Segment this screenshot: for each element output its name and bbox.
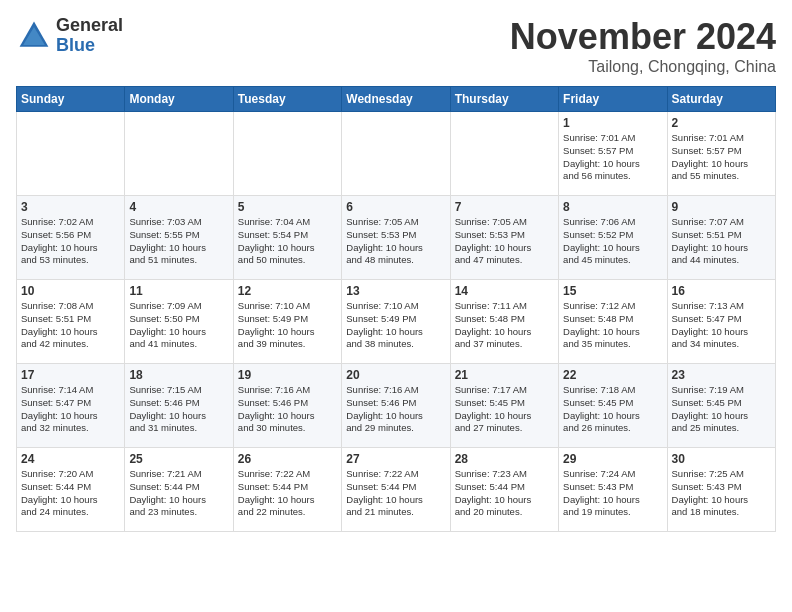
day-number: 22	[563, 368, 662, 382]
day-info: Sunrise: 7:05 AM Sunset: 5:53 PM Dayligh…	[346, 216, 445, 267]
day-cell-1-2: 5Sunrise: 7:04 AM Sunset: 5:54 PM Daylig…	[233, 196, 341, 280]
day-cell-4-2: 26Sunrise: 7:22 AM Sunset: 5:44 PM Dayli…	[233, 448, 341, 532]
day-info: Sunrise: 7:16 AM Sunset: 5:46 PM Dayligh…	[346, 384, 445, 435]
col-friday: Friday	[559, 87, 667, 112]
day-cell-1-3: 6Sunrise: 7:05 AM Sunset: 5:53 PM Daylig…	[342, 196, 450, 280]
day-number: 23	[672, 368, 771, 382]
day-cell-1-1: 4Sunrise: 7:03 AM Sunset: 5:55 PM Daylig…	[125, 196, 233, 280]
col-saturday: Saturday	[667, 87, 775, 112]
day-cell-2-6: 16Sunrise: 7:13 AM Sunset: 5:47 PM Dayli…	[667, 280, 775, 364]
day-info: Sunrise: 7:22 AM Sunset: 5:44 PM Dayligh…	[346, 468, 445, 519]
day-info: Sunrise: 7:07 AM Sunset: 5:51 PM Dayligh…	[672, 216, 771, 267]
day-cell-2-3: 13Sunrise: 7:10 AM Sunset: 5:49 PM Dayli…	[342, 280, 450, 364]
day-info: Sunrise: 7:15 AM Sunset: 5:46 PM Dayligh…	[129, 384, 228, 435]
day-info: Sunrise: 7:14 AM Sunset: 5:47 PM Dayligh…	[21, 384, 120, 435]
day-info: Sunrise: 7:21 AM Sunset: 5:44 PM Dayligh…	[129, 468, 228, 519]
day-info: Sunrise: 7:06 AM Sunset: 5:52 PM Dayligh…	[563, 216, 662, 267]
day-cell-2-5: 15Sunrise: 7:12 AM Sunset: 5:48 PM Dayli…	[559, 280, 667, 364]
day-info: Sunrise: 7:10 AM Sunset: 5:49 PM Dayligh…	[238, 300, 337, 351]
logo: General Blue	[16, 16, 123, 56]
day-cell-1-5: 8Sunrise: 7:06 AM Sunset: 5:52 PM Daylig…	[559, 196, 667, 280]
day-info: Sunrise: 7:22 AM Sunset: 5:44 PM Dayligh…	[238, 468, 337, 519]
day-number: 5	[238, 200, 337, 214]
day-number: 2	[672, 116, 771, 130]
day-info: Sunrise: 7:05 AM Sunset: 5:53 PM Dayligh…	[455, 216, 554, 267]
day-cell-4-1: 25Sunrise: 7:21 AM Sunset: 5:44 PM Dayli…	[125, 448, 233, 532]
day-cell-0-6: 2Sunrise: 7:01 AM Sunset: 5:57 PM Daylig…	[667, 112, 775, 196]
week-row-5: 24Sunrise: 7:20 AM Sunset: 5:44 PM Dayli…	[17, 448, 776, 532]
day-info: Sunrise: 7:01 AM Sunset: 5:57 PM Dayligh…	[672, 132, 771, 183]
day-number: 30	[672, 452, 771, 466]
day-number: 24	[21, 452, 120, 466]
logo-icon	[16, 18, 52, 54]
day-number: 14	[455, 284, 554, 298]
day-number: 20	[346, 368, 445, 382]
day-cell-3-2: 19Sunrise: 7:16 AM Sunset: 5:46 PM Dayli…	[233, 364, 341, 448]
col-thursday: Thursday	[450, 87, 558, 112]
day-info: Sunrise: 7:08 AM Sunset: 5:51 PM Dayligh…	[21, 300, 120, 351]
day-cell-1-4: 7Sunrise: 7:05 AM Sunset: 5:53 PM Daylig…	[450, 196, 558, 280]
logo-general-text: General	[56, 16, 123, 36]
day-number: 19	[238, 368, 337, 382]
day-number: 10	[21, 284, 120, 298]
day-info: Sunrise: 7:24 AM Sunset: 5:43 PM Dayligh…	[563, 468, 662, 519]
day-cell-0-3	[342, 112, 450, 196]
day-cell-2-4: 14Sunrise: 7:11 AM Sunset: 5:48 PM Dayli…	[450, 280, 558, 364]
day-cell-0-0	[17, 112, 125, 196]
calendar-table: Sunday Monday Tuesday Wednesday Thursday…	[16, 86, 776, 532]
day-number: 25	[129, 452, 228, 466]
day-number: 11	[129, 284, 228, 298]
day-number: 21	[455, 368, 554, 382]
day-cell-2-1: 11Sunrise: 7:09 AM Sunset: 5:50 PM Dayli…	[125, 280, 233, 364]
day-cell-4-0: 24Sunrise: 7:20 AM Sunset: 5:44 PM Dayli…	[17, 448, 125, 532]
day-number: 1	[563, 116, 662, 130]
day-cell-0-4	[450, 112, 558, 196]
col-wednesday: Wednesday	[342, 87, 450, 112]
day-cell-3-5: 22Sunrise: 7:18 AM Sunset: 5:45 PM Dayli…	[559, 364, 667, 448]
day-info: Sunrise: 7:11 AM Sunset: 5:48 PM Dayligh…	[455, 300, 554, 351]
day-number: 4	[129, 200, 228, 214]
col-sunday: Sunday	[17, 87, 125, 112]
day-cell-4-3: 27Sunrise: 7:22 AM Sunset: 5:44 PM Dayli…	[342, 448, 450, 532]
title-block: November 2024 Tailong, Chongqing, China	[510, 16, 776, 76]
day-number: 28	[455, 452, 554, 466]
day-info: Sunrise: 7:04 AM Sunset: 5:54 PM Dayligh…	[238, 216, 337, 267]
day-cell-4-6: 30Sunrise: 7:25 AM Sunset: 5:43 PM Dayli…	[667, 448, 775, 532]
day-info: Sunrise: 7:10 AM Sunset: 5:49 PM Dayligh…	[346, 300, 445, 351]
day-info: Sunrise: 7:01 AM Sunset: 5:57 PM Dayligh…	[563, 132, 662, 183]
day-info: Sunrise: 7:18 AM Sunset: 5:45 PM Dayligh…	[563, 384, 662, 435]
day-info: Sunrise: 7:19 AM Sunset: 5:45 PM Dayligh…	[672, 384, 771, 435]
logo-blue-text: Blue	[56, 36, 123, 56]
day-cell-2-0: 10Sunrise: 7:08 AM Sunset: 5:51 PM Dayli…	[17, 280, 125, 364]
day-info: Sunrise: 7:23 AM Sunset: 5:44 PM Dayligh…	[455, 468, 554, 519]
page: General Blue November 2024 Tailong, Chon…	[0, 0, 792, 548]
day-cell-0-5: 1Sunrise: 7:01 AM Sunset: 5:57 PM Daylig…	[559, 112, 667, 196]
day-cell-1-6: 9Sunrise: 7:07 AM Sunset: 5:51 PM Daylig…	[667, 196, 775, 280]
week-row-4: 17Sunrise: 7:14 AM Sunset: 5:47 PM Dayli…	[17, 364, 776, 448]
day-number: 29	[563, 452, 662, 466]
day-info: Sunrise: 7:03 AM Sunset: 5:55 PM Dayligh…	[129, 216, 228, 267]
day-info: Sunrise: 7:20 AM Sunset: 5:44 PM Dayligh…	[21, 468, 120, 519]
day-cell-3-4: 21Sunrise: 7:17 AM Sunset: 5:45 PM Dayli…	[450, 364, 558, 448]
day-cell-2-2: 12Sunrise: 7:10 AM Sunset: 5:49 PM Dayli…	[233, 280, 341, 364]
day-number: 8	[563, 200, 662, 214]
day-number: 27	[346, 452, 445, 466]
day-number: 18	[129, 368, 228, 382]
day-cell-0-1	[125, 112, 233, 196]
week-row-1: 1Sunrise: 7:01 AM Sunset: 5:57 PM Daylig…	[17, 112, 776, 196]
day-cell-3-0: 17Sunrise: 7:14 AM Sunset: 5:47 PM Dayli…	[17, 364, 125, 448]
week-row-3: 10Sunrise: 7:08 AM Sunset: 5:51 PM Dayli…	[17, 280, 776, 364]
day-number: 7	[455, 200, 554, 214]
title-month: November 2024	[510, 16, 776, 58]
day-number: 13	[346, 284, 445, 298]
day-info: Sunrise: 7:13 AM Sunset: 5:47 PM Dayligh…	[672, 300, 771, 351]
logo-text: General Blue	[56, 16, 123, 56]
col-monday: Monday	[125, 87, 233, 112]
day-info: Sunrise: 7:02 AM Sunset: 5:56 PM Dayligh…	[21, 216, 120, 267]
day-cell-4-4: 28Sunrise: 7:23 AM Sunset: 5:44 PM Dayli…	[450, 448, 558, 532]
day-cell-4-5: 29Sunrise: 7:24 AM Sunset: 5:43 PM Dayli…	[559, 448, 667, 532]
day-number: 16	[672, 284, 771, 298]
day-cell-3-1: 18Sunrise: 7:15 AM Sunset: 5:46 PM Dayli…	[125, 364, 233, 448]
calendar-header-row: Sunday Monday Tuesday Wednesday Thursday…	[17, 87, 776, 112]
day-cell-3-3: 20Sunrise: 7:16 AM Sunset: 5:46 PM Dayli…	[342, 364, 450, 448]
